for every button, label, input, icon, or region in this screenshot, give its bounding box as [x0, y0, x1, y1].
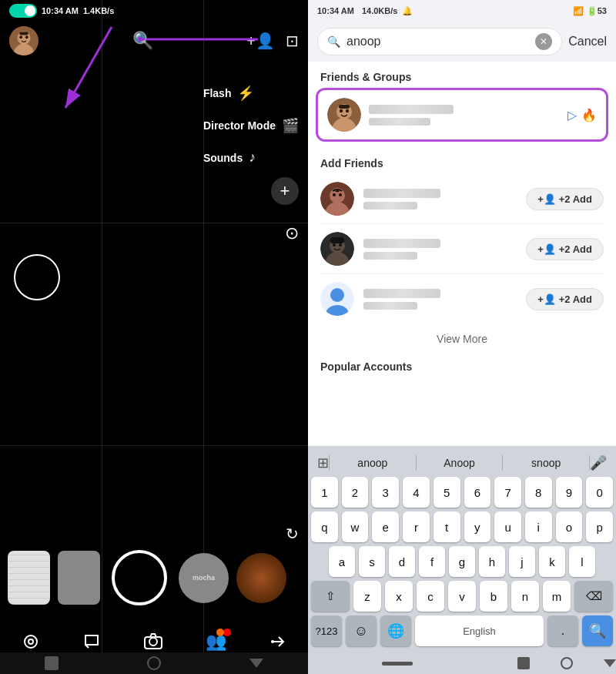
key-n[interactable]: n: [511, 581, 539, 612]
key-space[interactable]: English: [415, 615, 544, 646]
key-b[interactable]: b: [480, 581, 507, 612]
key-shift[interactable]: ⇧: [311, 581, 350, 612]
avatar[interactable]: [9, 26, 38, 55]
add-friend-item-1: +👤 +2 Add: [320, 174, 604, 224]
thumb-mocha[interactable]: mocha: [179, 553, 229, 603]
key-8[interactable]: 8: [525, 477, 552, 508]
mic-icon[interactable]: 🎤: [590, 454, 607, 471]
key-4[interactable]: 4: [403, 477, 430, 508]
key-1[interactable]: 1: [311, 477, 338, 508]
toggle-switch[interactable]: [9, 4, 37, 18]
flash-menu-item[interactable]: Flash ⚡: [203, 85, 299, 102]
clear-search-button[interactable]: ✕: [535, 33, 552, 50]
add-button-3[interactable]: +👤 +2 Add: [526, 288, 604, 310]
key-7[interactable]: 7: [494, 477, 521, 508]
suggestion-3[interactable]: snoop: [503, 454, 589, 472]
square-nav[interactable]: [45, 656, 59, 670]
key-globe[interactable]: 🌐: [380, 615, 411, 646]
thumb-1[interactable]: [8, 551, 50, 605]
square-nav-right[interactable]: [517, 657, 530, 669]
key-z[interactable]: z: [353, 581, 381, 612]
key-g[interactable]: g: [449, 546, 475, 577]
keyboard-suggestions: ⊞ anoop Anoop snoop 🎤: [311, 451, 613, 477]
suggestion-1[interactable]: anoop: [330, 454, 416, 472]
key-123[interactable]: ?123: [311, 615, 342, 646]
view-more[interactable]: View More: [308, 324, 616, 354]
key-k[interactable]: k: [539, 546, 565, 577]
key-emoji[interactable]: ☺: [346, 615, 377, 646]
key-h[interactable]: h: [479, 546, 505, 577]
key-l[interactable]: l: [569, 546, 595, 577]
nav-chat[interactable]: [82, 632, 101, 651]
key-d[interactable]: d: [389, 546, 415, 577]
back-nav[interactable]: [249, 659, 263, 668]
key-t[interactable]: t: [434, 511, 460, 542]
key-c[interactable]: c: [417, 581, 444, 612]
key-9[interactable]: 9: [556, 477, 583, 508]
key-0[interactable]: 0: [586, 477, 613, 508]
circle-nav[interactable]: [147, 656, 161, 670]
key-e[interactable]: e: [372, 511, 399, 542]
key-p[interactable]: p: [586, 511, 613, 542]
svg-point-33: [330, 288, 344, 302]
thumb-2[interactable]: [58, 551, 100, 605]
key-backspace[interactable]: ⌫: [574, 581, 613, 612]
plus-button[interactable]: +: [271, 177, 299, 205]
key-m[interactable]: m: [543, 581, 571, 612]
back-nav-right[interactable]: [604, 659, 616, 667]
cancel-button[interactable]: Cancel: [568, 35, 607, 49]
key-q[interactable]: q: [311, 511, 338, 542]
send-icon[interactable]: ▷: [567, 108, 577, 122]
keyboard[interactable]: ⊞ anoop Anoop snoop 🎤 1 2 3 4 5 6 7 8 9 …: [308, 446, 616, 652]
key-a[interactable]: a: [329, 546, 355, 577]
key-u[interactable]: u: [494, 511, 521, 542]
circle-nav-right[interactable]: [561, 657, 573, 669]
key-w[interactable]: w: [342, 511, 369, 542]
add-info-1: [363, 189, 517, 210]
flash-icon: ⚡: [237, 85, 254, 102]
key-j[interactable]: j: [509, 546, 535, 577]
key-3[interactable]: 3: [372, 477, 399, 508]
key-period[interactable]: .: [547, 615, 578, 646]
friend-sub-blur: [369, 118, 430, 126]
nav-camera[interactable]: [143, 632, 163, 652]
home-indicator-bar: [0, 652, 308, 674]
add-button-1[interactable]: +👤 +2 Add: [526, 188, 604, 210]
key-2[interactable]: 2: [342, 477, 369, 508]
key-o[interactable]: o: [556, 511, 583, 542]
add-friends-section: +👤 +2 Add: [308, 174, 616, 324]
nav-send[interactable]: [269, 632, 287, 651]
svg-point-4: [25, 35, 28, 39]
search-input-box[interactable]: 🔍 anoop ✕: [317, 28, 562, 55]
scan-icon[interactable]: ⊙: [285, 223, 299, 243]
key-y[interactable]: y: [464, 511, 491, 542]
nav-location[interactable]: [22, 632, 40, 651]
key-i[interactable]: i: [525, 511, 552, 542]
key-search[interactable]: 🔍: [582, 615, 613, 646]
suggestion-2[interactable]: Anoop: [417, 454, 503, 472]
search-query-text: anoop: [346, 35, 529, 49]
sounds-menu-item[interactable]: Sounds ♪: [203, 149, 299, 166]
key-x[interactable]: x: [385, 581, 413, 612]
shutter-button[interactable]: [112, 550, 167, 605]
nav-friends[interactable]: 👥: [206, 632, 226, 652]
key-f[interactable]: f: [419, 546, 445, 577]
add-button-2[interactable]: +👤 +2 Add: [526, 238, 604, 260]
battery-icon: 🔋53: [587, 6, 607, 16]
key-s[interactable]: s: [359, 546, 385, 577]
key-5[interactable]: 5: [434, 477, 460, 508]
signal-icon: 📶: [573, 6, 584, 16]
flip-camera-icon[interactable]: ⊡: [286, 32, 299, 50]
refresh-icon[interactable]: ↻: [286, 525, 299, 543]
friends-highlighted-item[interactable]: ▷ 🔥: [316, 88, 608, 142]
keyboard-grid-icon[interactable]: ⊞: [317, 454, 329, 471]
search-button-left[interactable]: 🔍: [127, 25, 158, 56]
key-r[interactable]: r: [403, 511, 430, 542]
key-6[interactable]: 6: [464, 477, 491, 508]
add-friend-icon[interactable]: +👤: [246, 32, 275, 50]
friend-action-icons: ▷ 🔥: [567, 108, 597, 122]
director-mode-item[interactable]: Director Mode 🎬: [203, 117, 299, 134]
search-bar-row: 🔍 anoop ✕ Cancel: [308, 22, 616, 62]
key-v[interactable]: v: [448, 581, 476, 612]
thumb-photo[interactable]: [236, 553, 286, 603]
